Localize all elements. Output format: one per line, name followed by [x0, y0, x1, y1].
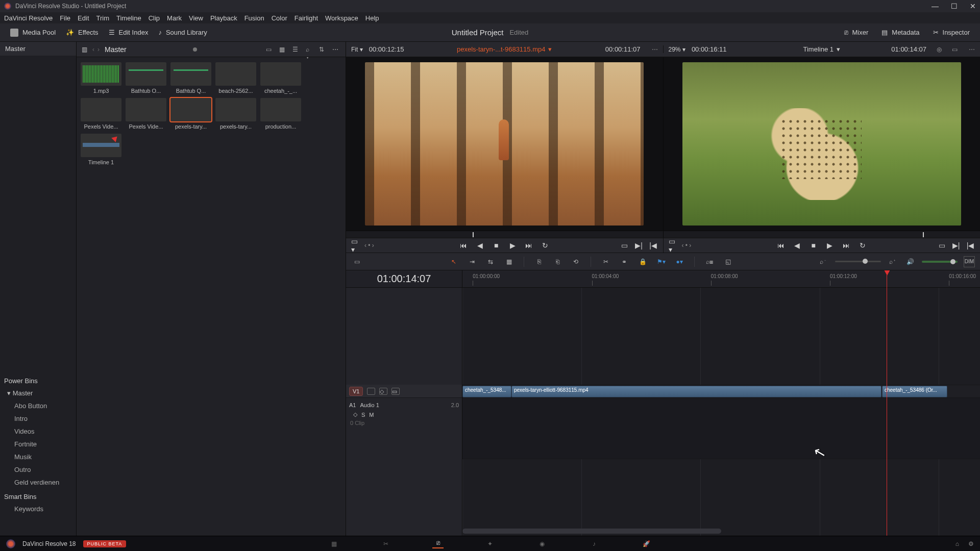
razor-icon[interactable]: ✂: [600, 256, 611, 267]
lock-icon[interactable]: 🔒: [637, 256, 648, 267]
playhead[interactable]: [887, 270, 887, 536]
power-bin-item[interactable]: Outro: [0, 463, 76, 476]
menu-item[interactable]: DaVinci Resolve: [4, 14, 53, 22]
sort-icon[interactable]: ⇅: [319, 46, 327, 53]
out-point-icon[interactable]: |◀: [966, 241, 975, 250]
last-frame-button[interactable]: ⏭: [524, 241, 533, 250]
menu-item[interactable]: Fairlight: [295, 14, 318, 22]
tree-root[interactable]: Master: [0, 42, 76, 56]
zoom-slider[interactable]: [835, 261, 881, 262]
loop-button[interactable]: ↻: [858, 241, 867, 250]
list-view-icon[interactable]: ☰: [292, 46, 301, 53]
menu-item[interactable]: Fusion: [244, 14, 264, 22]
menu-item[interactable]: Mark: [167, 14, 182, 22]
timeline-clip[interactable]: cheetah_-_5348...: [462, 386, 511, 397]
expand-viewer-icon[interactable]: ▭: [952, 46, 958, 53]
effects-button[interactable]: ✨ Effects: [61, 27, 104, 38]
media-thumbnail[interactable]: pexels-tary...: [215, 98, 256, 130]
video-track-header[interactable]: V1 ◇ ▭: [346, 385, 462, 398]
in-point-icon[interactable]: ▶|: [951, 241, 961, 250]
media-thumbnail[interactable]: Timeline 1: [81, 134, 121, 165]
volume-slider[interactable]: [922, 261, 958, 263]
dynamic-trim-icon[interactable]: ⇆: [485, 256, 496, 267]
source-clip-name[interactable]: pexels-taryn-...t-9683115.mp4 ▾: [457, 45, 552, 53]
media-thumbnail[interactable]: 1.mp3: [81, 62, 121, 94]
insert-clip-icon[interactable]: ⎘: [533, 256, 545, 267]
timeline-clip[interactable]: cheetah_-_53486 (Or...: [882, 386, 947, 397]
source-scrub[interactable]: [346, 231, 663, 238]
last-frame-button[interactable]: ⏭: [842, 241, 851, 250]
menu-item[interactable]: Timeline: [116, 14, 141, 22]
source-zoom-dropdown[interactable]: Fit ▾: [351, 46, 363, 53]
menu-item[interactable]: File: [60, 14, 70, 22]
power-bin-item[interactable]: Videos: [0, 425, 76, 438]
a1-tag[interactable]: A1: [349, 402, 356, 408]
match-frame-icon[interactable]: ▭: [937, 241, 946, 250]
bypass-fx-icon[interactable]: ◎: [937, 46, 942, 53]
timeline-scrollbar[interactable]: [462, 529, 721, 534]
media-thumbnail[interactable]: production...: [260, 98, 301, 130]
home-icon[interactable]: ⌂: [955, 540, 959, 547]
marker-icon[interactable]: ●▾: [674, 256, 685, 267]
timeline-timecode[interactable]: 01:00:14:07: [346, 270, 462, 288]
zoom-in-icon[interactable]: ⌕⁺: [887, 256, 898, 267]
match-frame-icon[interactable]: ▭: [620, 241, 629, 250]
minimize-button[interactable]: —: [932, 2, 939, 10]
power-bin-item[interactable]: ▾ Master: [0, 387, 76, 399]
replace-clip-icon[interactable]: ⟲: [570, 256, 581, 267]
timeline-clip[interactable]: pexels-taryn-elliott-9683115.mp4: [511, 386, 881, 397]
metadata-button[interactable]: ▤ Metadata: [876, 27, 924, 38]
dim-button[interactable]: DIM: [964, 256, 975, 267]
menu-item[interactable]: Clip: [149, 14, 160, 22]
link-icon[interactable]: ⚭: [619, 256, 630, 267]
media-thumbnail[interactable]: cheetah_-_...: [260, 62, 301, 94]
first-frame-button[interactable]: ⏮: [459, 241, 468, 250]
audio-auto-select-icon[interactable]: ◇: [353, 411, 357, 418]
mixer-button[interactable]: ⎚ Mixer: [839, 27, 874, 38]
auto-select-icon[interactable]: ◇: [379, 388, 387, 395]
power-bin-item[interactable]: Intro: [0, 412, 76, 425]
smart-bin-item[interactable]: Keywords: [0, 503, 76, 515]
trim-tool-icon[interactable]: ⇥: [467, 256, 478, 267]
fairlight-page-icon[interactable]: ♪: [589, 539, 600, 548]
selection-tool-icon[interactable]: ↖: [448, 256, 459, 267]
tracks-area[interactable]: cheetah_-_5348...pexels-taryn-elliott-96…: [462, 288, 980, 536]
program-scrub[interactable]: [663, 231, 981, 238]
in-point-icon[interactable]: ▶|: [634, 241, 644, 250]
close-button[interactable]: ✕: [970, 2, 976, 10]
audio-track-header[interactable]: A1 Audio 1 2.0 ◇ S M 0 Clip: [346, 398, 462, 429]
power-bin-item[interactable]: Musik: [0, 450, 76, 463]
out-point-icon[interactable]: |◀: [649, 241, 658, 250]
project-settings-icon[interactable]: ⚙: [968, 540, 974, 547]
menu-item[interactable]: View: [189, 14, 203, 22]
menu-item[interactable]: Color: [272, 14, 287, 22]
more-icon[interactable]: ⋯: [332, 46, 340, 53]
fusion-page-icon[interactable]: ✦: [484, 539, 496, 548]
track-lock-icon[interactable]: [367, 388, 375, 395]
menu-item[interactable]: Trim: [96, 14, 110, 22]
media-thumbnail[interactable]: beach-2562...: [215, 62, 256, 94]
mute-button[interactable]: M: [369, 412, 374, 418]
source-position-tc[interactable]: 00:00:11:07: [605, 45, 641, 53]
edit-index-button[interactable]: ☰ Edit Index: [104, 27, 154, 38]
program-timeline-name[interactable]: Timeline 1 ▾: [803, 45, 840, 53]
play-button[interactable]: ▶: [825, 241, 835, 250]
audio-track-a1[interactable]: [462, 398, 980, 459]
flag-icon[interactable]: ⚑▾: [655, 256, 667, 267]
menu-item[interactable]: Playback: [210, 14, 237, 22]
power-bin-item[interactable]: Fortnite: [0, 438, 76, 450]
program-mode-icon[interactable]: ▭ ▾: [669, 241, 678, 250]
zoom-out-icon[interactable]: ⌕⁻: [818, 256, 829, 267]
media-thumbnail[interactable]: pexels-tary...: [170, 98, 211, 130]
media-thumbnail[interactable]: Bathtub Q...: [170, 62, 211, 94]
source-options-icon[interactable]: ⋯: [652, 46, 658, 53]
power-bin-item[interactable]: Abo Button: [0, 399, 76, 412]
v1-tag[interactable]: V1: [349, 387, 363, 396]
inspector-button[interactable]: ✂ Inspector: [928, 27, 975, 38]
edit-page-icon[interactable]: ⎚: [432, 539, 444, 548]
loop-button[interactable]: ↻: [541, 241, 550, 250]
media-thumbnail[interactable]: Bathtub O...: [126, 62, 166, 94]
program-zoom-dropdown[interactable]: 29% ▾: [669, 46, 685, 53]
forward-icon[interactable]: ›: [97, 46, 100, 53]
media-thumbnail[interactable]: Pexels Vide...: [126, 98, 166, 130]
